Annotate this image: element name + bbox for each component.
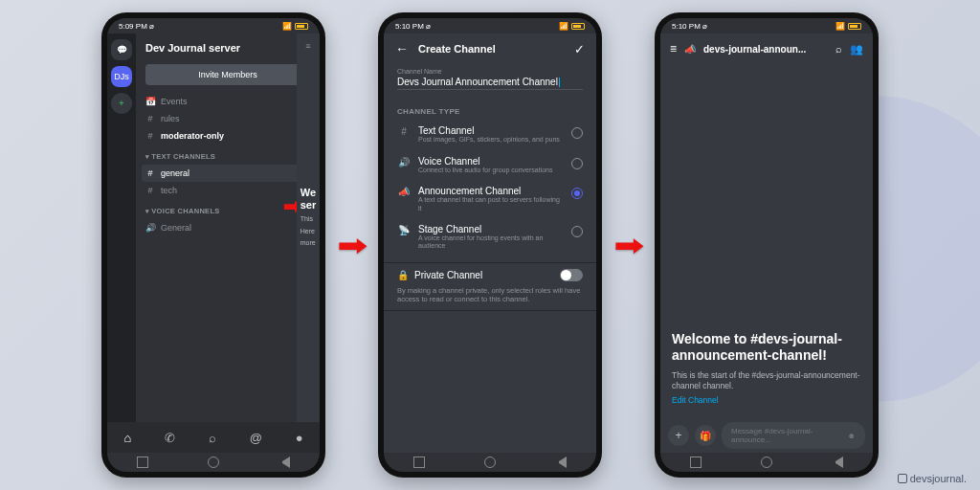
private-channel-toggle[interactable] xyxy=(560,269,583,281)
channel-icon: 🔊 xyxy=(145,223,155,233)
channel-label: tech xyxy=(161,186,177,195)
watermark-icon xyxy=(898,474,907,483)
confirm-icon[interactable]: ✓ xyxy=(574,42,585,56)
channel-item[interactable]: #general xyxy=(142,165,314,182)
search-icon[interactable]: ⌕ xyxy=(835,43,842,55)
tab-friends-icon[interactable]: ✆ xyxy=(165,431,175,445)
status-time: 5:10 PM ⌀ xyxy=(672,22,707,31)
caret-icon: ▾ xyxy=(145,208,149,214)
channel-name-input[interactable]: Devs Journal Announcement Channel xyxy=(397,75,583,90)
edit-channel-link[interactable]: Edit Channel xyxy=(672,395,861,405)
channel-type-option[interactable]: 🔊Voice ChannelConnect to live audio for … xyxy=(384,150,596,180)
android-nav-bar xyxy=(384,453,596,472)
channel-item[interactable]: #rules xyxy=(136,110,320,127)
add-server-button[interactable]: + xyxy=(111,93,132,114)
battery-icon xyxy=(295,23,308,30)
status-bar: 5:10 PM ⌀ 📶 xyxy=(660,18,873,33)
caret-icon: ▾ xyxy=(145,153,149,160)
channel-start-text: This is the start of the #devs-journal-a… xyxy=(672,370,861,391)
android-nav-bar xyxy=(660,453,873,472)
channel-type-option[interactable]: 📡Stage ChannelA voice channel for hostin… xyxy=(384,218,596,256)
battery-icon xyxy=(848,23,861,30)
type-name: Voice Channel xyxy=(418,156,564,167)
guild-selected[interactable]: DJs xyxy=(111,66,132,87)
gift-button[interactable]: 🎁 xyxy=(695,425,716,446)
channel-type-option[interactable]: #Text ChannelPost images, GIFs, stickers… xyxy=(384,120,596,149)
channel-type-label: CHANNEL TYPE xyxy=(384,100,596,120)
channel-item[interactable]: 🔊General xyxy=(136,219,320,236)
channel-label: general xyxy=(161,168,189,178)
welcome-heading: Welcome to #devs-journal-announcement-ch… xyxy=(672,331,861,365)
message-input[interactable]: Message #devs-journal-announce... ☻ xyxy=(722,422,865,449)
radio-icon[interactable] xyxy=(571,158,583,169)
radio-icon[interactable] xyxy=(571,127,583,139)
server-name[interactable]: Dev Journal server xyxy=(145,42,240,54)
status-time: 5:10 PM ⌀ xyxy=(395,22,431,31)
back-icon[interactable]: ← xyxy=(395,41,409,56)
nav-recent-icon[interactable] xyxy=(413,457,425,468)
lock-icon: 🔒 xyxy=(397,270,409,280)
type-desc: Post images, GIFs, stickers, opinions, a… xyxy=(418,136,564,144)
nav-recent-icon[interactable] xyxy=(137,457,148,468)
type-icon: 📡 xyxy=(397,224,411,235)
channel-label: Events xyxy=(161,97,188,106)
type-name: Announcement Channel xyxy=(418,186,564,196)
phone-1: 5:09 PM ⌀ 📶 💬 DJs + Dev Journal server ⋮… xyxy=(101,12,325,478)
status-bar: 5:10 PM ⌀ 📶 xyxy=(384,18,596,33)
hamburger-icon[interactable]: ≡ xyxy=(305,41,310,51)
channel-type-option[interactable]: 📣Announcement ChannelA text channel that… xyxy=(384,180,596,218)
type-name: Text Channel xyxy=(418,125,564,136)
type-desc: A text channel that can post to servers … xyxy=(418,196,564,212)
channel-icon: 📅 xyxy=(145,97,155,106)
nav-back-icon[interactable] xyxy=(832,457,843,468)
channel-label: rules xyxy=(161,114,180,123)
emoji-icon[interactable]: ☻ xyxy=(848,432,856,440)
private-channel-description: By making a channel private, only select… xyxy=(397,286,583,305)
page-title: Create Channel xyxy=(418,43,565,55)
add-attachment-button[interactable]: + xyxy=(668,425,689,446)
type-icon: 🔊 xyxy=(397,156,411,167)
channel-label: moderator-only xyxy=(161,131,224,141)
tab-search-icon[interactable]: ⌕ xyxy=(209,431,216,445)
channel-label: General xyxy=(161,223,191,233)
members-icon[interactable]: 👥 xyxy=(850,43,863,56)
type-icon: # xyxy=(397,125,411,137)
status-network-icon: 📶 xyxy=(835,22,845,31)
type-desc: A voice channel for hosting events with … xyxy=(418,234,564,251)
private-channel-label: Private Channel xyxy=(414,270,482,280)
channel-item[interactable]: #moderator-only xyxy=(136,127,320,145)
hamburger-icon[interactable]: ≡ xyxy=(670,42,677,56)
phone-3: 5:10 PM ⌀ 📶 ≡ 📣 devs-journal-announ... ⌕… xyxy=(655,12,879,478)
nav-recent-icon[interactable] xyxy=(690,457,702,468)
peek-chat-sliver: ≡ We ser This Here more xyxy=(297,33,320,422)
nav-home-icon[interactable] xyxy=(208,457,219,468)
tab-home-icon[interactable]: ⌂ xyxy=(123,431,131,445)
status-time: 5:09 PM ⌀ xyxy=(119,22,154,31)
radio-icon[interactable] xyxy=(571,226,583,237)
channel-icon: # xyxy=(145,114,155,123)
type-name: Stage Channel xyxy=(418,224,564,234)
type-icon: 📣 xyxy=(397,186,411,197)
channel-header-title[interactable]: devs-journal-announ... xyxy=(703,44,828,55)
guild-rail: 💬 DJs + xyxy=(107,33,136,422)
tab-mentions-icon[interactable]: @ xyxy=(250,431,262,445)
tab-profile-icon[interactable]: ● xyxy=(296,431,303,445)
status-bar: 5:09 PM ⌀ 📶 xyxy=(107,18,320,33)
red-arrow-icon: ➡ xyxy=(338,230,367,261)
nav-back-icon[interactable] xyxy=(555,457,567,468)
category-voice-channels[interactable]: VOICE CHANNELS xyxy=(151,207,219,215)
bottom-tab-bar: ⌂ ✆ ⌕ @ ● xyxy=(107,422,320,453)
category-text-channels[interactable]: TEXT CHANNELS xyxy=(151,152,215,161)
invite-members-button[interactable]: Invite Members xyxy=(145,64,310,85)
dm-icon[interactable]: 💬 xyxy=(111,39,132,60)
battery-icon xyxy=(571,23,585,30)
channel-item[interactable]: 📅Events xyxy=(136,93,320,110)
status-network-icon: 📶 xyxy=(282,22,292,31)
nav-home-icon[interactable] xyxy=(761,457,772,468)
type-desc: Connect to live audio for group conversa… xyxy=(418,167,564,174)
nav-back-icon[interactable] xyxy=(278,457,290,468)
nav-home-icon[interactable] xyxy=(484,457,496,468)
red-arrow-icon: ➡ xyxy=(614,230,643,261)
channel-icon: # xyxy=(145,186,155,195)
radio-icon[interactable] xyxy=(571,188,583,199)
